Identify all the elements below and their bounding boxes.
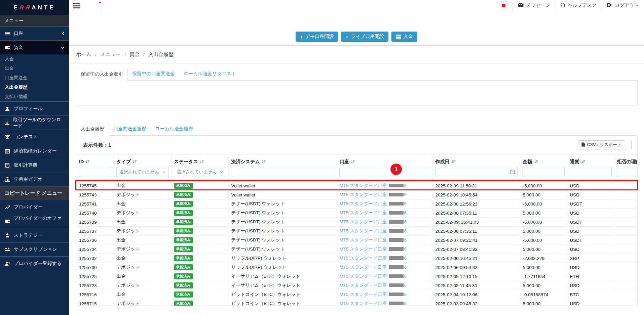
sort-icon[interactable]	[132, 160, 137, 165]
calendar-icon[interactable]	[510, 169, 515, 176]
redacted-account-number	[389, 193, 404, 196]
cell-status: 承認済み	[171, 281, 228, 290]
sidebar-item-become-provider[interactable]: プロバイダー登録する	[0, 256, 69, 270]
account-link[interactable]: MT5 スタンダード口座 6	[340, 283, 407, 288]
sort-icon[interactable]	[534, 160, 538, 165]
toolbar-separator	[632, 141, 632, 149]
column-header-amount[interactable]: 金額	[520, 155, 567, 166]
sidebar-item-providers[interactable]: プロバイダー	[0, 200, 69, 214]
redacted-account-number	[389, 211, 404, 215]
sidebar-item-profile[interactable]: プロフィール	[0, 101, 69, 116]
column-header-status[interactable]: ステータス	[171, 155, 228, 166]
sort-icon[interactable]	[451, 160, 456, 165]
messages-menu[interactable]: メッセージ	[513, 0, 555, 11]
account-link[interactable]: MT5 スタンダード口座 6	[340, 201, 407, 206]
cell-id: 1255715	[76, 299, 114, 306]
column-header-system[interactable]: 決済システム	[228, 155, 337, 166]
sort-icon[interactable]	[85, 160, 90, 165]
reason-filter-input[interactable]	[617, 167, 638, 177]
account-link[interactable]: MT5 スタンダード口座 6	[340, 183, 407, 188]
account-filter-input[interactable]	[339, 167, 430, 177]
sort-icon[interactable]	[262, 160, 266, 165]
filter-cell-account	[337, 166, 432, 181]
breadcrumb-separator: /	[143, 52, 145, 57]
account-link[interactable]: MT5 スタンダード口座 6	[340, 292, 407, 297]
sort-icon[interactable]	[581, 160, 585, 165]
account-suffix: 6	[404, 237, 407, 242]
open-demo-account-button[interactable]: +デモ口座開設	[296, 32, 338, 42]
breadcrumb-item[interactable]: ホーム	[76, 51, 91, 58]
breadcrumb-item[interactable]: 資金	[129, 51, 140, 58]
cell-amount: 5,000.00	[520, 227, 567, 236]
account-link[interactable]: MT5 スタンダード口座 6	[340, 256, 407, 261]
sidebar-item-economic-calendar[interactable]: 経済指標カレンダー	[0, 144, 69, 158]
sidebar-item-subscriptions[interactable]: サブスクリプション	[0, 242, 69, 256]
account-suffix: 6	[404, 228, 407, 233]
history-tab[interactable]: 入出金履歴	[76, 123, 109, 136]
helpdesk-menu[interactable]: ヘルプデスク	[555, 0, 602, 11]
sidebar-subitem-payment-info[interactable]: 支払い情報	[0, 92, 69, 101]
pending-tab[interactable]: 保留中の入出金取引	[76, 68, 128, 81]
sidebar-item-trading-calculator[interactable]: 取引計算機	[0, 158, 69, 172]
cell-created: 2025-02-05 11:45:30	[432, 281, 520, 290]
account-link[interactable]: MT5 スタンダード口座 6	[340, 192, 407, 197]
sidebar-item-label: プロバイダー登録する	[14, 261, 62, 267]
sidebar-item-strategies[interactable]: ストラテジー	[0, 228, 69, 242]
sidebar-subitem-transaction-history[interactable]: 入出金履歴	[0, 83, 69, 92]
column-header-created[interactable]: 作成日	[432, 155, 520, 166]
account-link[interactable]: MT5 スタンダード口座 6	[340, 246, 407, 252]
cell-amount: -0.05158574	[520, 290, 567, 299]
cell-status: 承認済み	[171, 227, 228, 236]
pending-tab[interactable]: 保留中の口座間送金	[128, 68, 179, 80]
account-suffix: 6	[404, 183, 407, 188]
breadcrumb-item[interactable]: メニュー	[100, 51, 121, 58]
filter-cell-currency	[567, 166, 614, 181]
account-link[interactable]: MT5 スタンダード口座 6	[340, 219, 407, 224]
sidebar-item-trading-tools-download[interactable]: 取引ツールのダウンロード	[0, 116, 69, 130]
column-header-account[interactable]: 口座	[337, 155, 432, 166]
status-filter-select[interactable]: 選択されていません	[174, 167, 226, 177]
account-link[interactable]: MT5 スタンダード口座 6	[340, 301, 407, 306]
account-link[interactable]: MT5 スタンダード口座 6	[340, 228, 407, 233]
cell-amount: 5,000.00	[520, 281, 567, 290]
column-label: 作成日	[435, 159, 450, 164]
sidebar-item-provider-offers[interactable]: プロバイダーのオファー	[0, 214, 69, 228]
sidebar-item-learning-videos[interactable]: 学習用ビデオ	[0, 172, 69, 186]
sidebar-subitem-internal-transfer[interactable]: 口座間送金	[0, 73, 69, 83]
language-flag-button[interactable]	[498, 1, 509, 9]
currency-filter-input[interactable]	[570, 167, 612, 177]
history-tab[interactable]: 口座間送金履歴	[109, 123, 151, 135]
id-filter-input[interactable]	[79, 167, 111, 177]
breadcrumb-item[interactable]: 入出金履歴	[148, 51, 174, 58]
history-tab[interactable]: ローカル送金履歴	[151, 123, 197, 135]
sidebar-item-accounts[interactable]: 口座	[0, 26, 69, 40]
created-filter-input[interactable]	[435, 167, 518, 177]
cell-created: 2025-02-03 09:45:32	[432, 299, 520, 306]
table-row: 1255732出金承認済みリップル(XRP) ウォレットMT5 スタンダード口座…	[76, 254, 638, 263]
sort-icon[interactable]	[351, 160, 355, 165]
account-link[interactable]: MT5 スタンダード口座 6	[340, 265, 407, 270]
column-header-id[interactable]: ID	[76, 155, 114, 166]
pending-tab[interactable]: ローカル送金リクエスト	[179, 68, 241, 80]
account-link[interactable]: MT5 スタンダード口座 6	[340, 237, 407, 242]
deposit-button[interactable]: 入金	[391, 32, 417, 42]
column-header-currency[interactable]: 通貨	[567, 155, 614, 166]
system-filter-input[interactable]	[231, 167, 334, 177]
open-live-account-button[interactable]: +ライブ口座開設	[341, 32, 388, 42]
hamburger-menu-icon[interactable]	[73, 3, 80, 8]
csv-export-button[interactable]: CSVエクスポート	[578, 140, 625, 149]
account-link[interactable]: MT5 スタンダード口座 6	[340, 210, 407, 215]
amount-filter-input[interactable]	[523, 167, 565, 177]
sidebar-item-contest[interactable]: コンテスト	[0, 130, 69, 144]
sidebar-item-funds[interactable]: 資金	[0, 40, 69, 54]
sidebar-subitem-deposit[interactable]: 入金	[0, 54, 69, 64]
sidebar-subitem-withdrawal[interactable]: 出金	[0, 64, 69, 73]
column-header-reason[interactable]: 拒否の理由	[614, 155, 638, 166]
column-header-type[interactable]: タイプ	[114, 155, 171, 166]
account-link[interactable]: MT5 スタンダード口座 6	[340, 274, 407, 279]
errante-logo[interactable]: ERRANTE	[0, 0, 69, 15]
type-filter-select[interactable]: 選択されていません	[116, 167, 169, 177]
cell-type: 出金	[114, 290, 171, 299]
logout-menu[interactable]: ログアウト	[602, 0, 644, 11]
sort-icon[interactable]	[200, 160, 204, 165]
